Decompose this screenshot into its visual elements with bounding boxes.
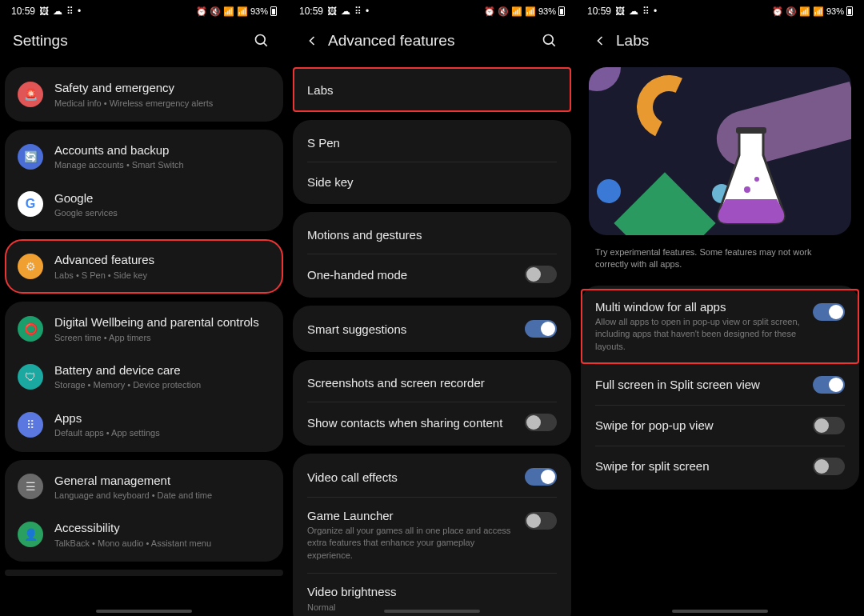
search-icon <box>542 33 558 49</box>
apps-icon: ⠿ <box>18 412 43 438</box>
clock: 10:59 <box>587 6 611 17</box>
dot-icon: • <box>654 6 657 17</box>
settings-item-advanced-features[interactable]: ⚙ Advanced featuresLabs • S Pen • Side k… <box>5 242 283 290</box>
signal-icon: 📶 <box>813 6 824 17</box>
dot-icon: • <box>78 6 81 17</box>
mute-icon: 🔇 <box>786 6 797 17</box>
advanced-features-list[interactable]: Labs S Pen Side key Motions and gestures… <box>288 59 576 616</box>
settings-item-digital-wellbeing[interactable]: ⭕ Digital Wellbeing and parental control… <box>5 305 283 353</box>
flask-icon <box>707 123 795 227</box>
picture-icon: 🖼 <box>39 6 49 17</box>
dots-icon: ⠿ <box>66 6 74 17</box>
safety-icon: 🚨 <box>18 82 43 107</box>
settings-item-accounts[interactable]: 🔄 Accounts and backupManage accounts • S… <box>5 133 283 181</box>
toggle-show-contacts[interactable] <box>525 414 557 431</box>
labs-item-swipe-split[interactable]: Swipe for split screen <box>581 446 859 486</box>
page-title: Advanced features <box>328 32 536 50</box>
battery-icon <box>846 6 853 16</box>
af-item-labs[interactable]: Labs <box>293 70 571 109</box>
settings-item-safety[interactable]: 🚨 Safety and emergencyMedical info • Wir… <box>5 70 283 118</box>
wifi-icon: 📶 <box>511 6 522 17</box>
settings-item-google[interactable]: G GoogleGoogle services <box>5 181 283 229</box>
af-item-motions[interactable]: Motions and gestures <box>293 215 571 254</box>
labs-note: Try experimental features. Some features… <box>581 235 859 278</box>
svg-point-5 <box>754 177 759 182</box>
picture-icon: 🖼 <box>615 6 625 17</box>
settings-item-battery[interactable]: 🛡 Battery and device careStorage • Memor… <box>5 353 283 401</box>
dots-icon: ⠿ <box>354 6 362 17</box>
alarm-icon: ⏰ <box>772 6 783 17</box>
toggle-swipe-split[interactable] <box>813 458 845 475</box>
toggle-smart-suggestions[interactable] <box>525 320 557 338</box>
af-item-smart-suggestions[interactable]: Smart suggestions <box>293 309 571 349</box>
svg-line-3 <box>552 43 555 46</box>
general-icon: ☰ <box>18 474 43 499</box>
svg-point-4 <box>744 186 750 193</box>
af-item-one-handed[interactable]: One-handed mode <box>293 254 571 294</box>
back-button[interactable] <box>589 33 616 49</box>
back-button[interactable] <box>301 33 328 49</box>
hero-illustration <box>589 67 851 235</box>
mute-icon: 🔇 <box>210 6 221 17</box>
toggle-video-call[interactable] <box>525 468 557 486</box>
battery-icon <box>558 6 565 16</box>
battery-pct: 93% <box>826 6 844 16</box>
svg-point-0 <box>256 35 266 45</box>
cloud-icon: ☁ <box>629 6 638 17</box>
header: Settings <box>0 22 288 59</box>
labs-item-multi-window[interactable]: Multi window for all appsAllow all apps … <box>581 289 859 364</box>
alarm-icon: ⏰ <box>484 6 495 17</box>
settings-item-accessibility[interactable]: 👤 AccessibilityTalkBack • Mono audio • A… <box>5 510 283 558</box>
af-item-spen[interactable]: S Pen <box>293 123 571 162</box>
battery-pct: 93% <box>538 6 556 16</box>
af-item-screenshots[interactable]: Screenshots and screen recorder <box>293 363 571 402</box>
clock: 10:59 <box>299 6 323 17</box>
signal-icon: 📶 <box>525 6 536 17</box>
search-icon <box>254 33 270 49</box>
labs-item-full-screen-split[interactable]: Full screen in Split screen view <box>581 365 859 405</box>
screen-settings: 10:59 🖼 ☁ ⠿ • ⏰ 🔇 📶 📶 93% Settings 🚨 Saf… <box>0 0 288 616</box>
google-icon: G <box>18 191 43 217</box>
af-item-show-contacts[interactable]: Show contacts when sharing content <box>293 402 571 442</box>
accounts-icon: 🔄 <box>18 144 43 170</box>
alarm-icon: ⏰ <box>196 6 207 17</box>
settings-item-general[interactable]: ☰ General managementLanguage and keyboar… <box>5 463 283 511</box>
picture-icon: 🖼 <box>327 6 337 17</box>
nav-handle[interactable] <box>96 610 192 613</box>
wifi-icon: 📶 <box>799 6 810 17</box>
svg-point-2 <box>544 35 554 45</box>
battery-pct: 93% <box>250 6 268 16</box>
toggle-multi-window[interactable] <box>813 303 845 321</box>
signal-icon: 📶 <box>237 6 248 17</box>
screen-labs: 10:59🖼☁⠿• ⏰🔇📶📶93% Labs Try exp <box>576 0 864 616</box>
svg-line-1 <box>264 43 267 46</box>
battery-icon <box>270 6 277 16</box>
toggle-game-launcher[interactable] <box>525 512 557 530</box>
labs-item-swipe-popup[interactable]: Swipe for pop-up view <box>581 406 859 446</box>
header: Labs <box>576 22 864 59</box>
toggle-full-screen-split[interactable] <box>813 376 845 394</box>
search-button[interactable] <box>248 33 275 49</box>
search-button[interactable] <box>536 33 563 49</box>
page-title: Settings <box>13 32 248 50</box>
nav-handle[interactable] <box>384 610 480 613</box>
status-bar: 10:59🖼☁⠿• ⏰🔇📶📶93% <box>288 0 576 22</box>
page-title: Labs <box>616 32 851 50</box>
af-item-game-launcher[interactable]: Game LauncherOrganize all your games all… <box>293 498 571 573</box>
accessibility-icon: 👤 <box>18 522 43 547</box>
toggle-one-handed[interactable] <box>525 266 557 283</box>
advanced-features-icon: ⚙ <box>18 254 43 279</box>
clock: 10:59 <box>11 6 35 17</box>
status-bar: 10:59🖼☁⠿• ⏰🔇📶📶93% <box>576 0 864 22</box>
af-item-video-call-effects[interactable]: Video call effects <box>293 457 571 497</box>
toggle-swipe-popup[interactable] <box>813 417 845 434</box>
nav-handle[interactable] <box>672 610 768 613</box>
settings-item-apps[interactable]: ⠿ AppsDefault apps • App settings <box>5 401 283 449</box>
status-bar: 10:59 🖼 ☁ ⠿ • ⏰ 🔇 📶 📶 93% <box>0 0 288 22</box>
settings-list[interactable]: 🚨 Safety and emergencyMedical info • Wir… <box>0 59 288 616</box>
mute-icon: 🔇 <box>498 6 509 17</box>
af-item-side-key[interactable]: Side key <box>293 162 571 201</box>
labs-list[interactable]: Try experimental features. Some features… <box>576 59 864 616</box>
wellbeing-icon: ⭕ <box>18 316 43 342</box>
dots-icon: ⠿ <box>642 6 650 17</box>
